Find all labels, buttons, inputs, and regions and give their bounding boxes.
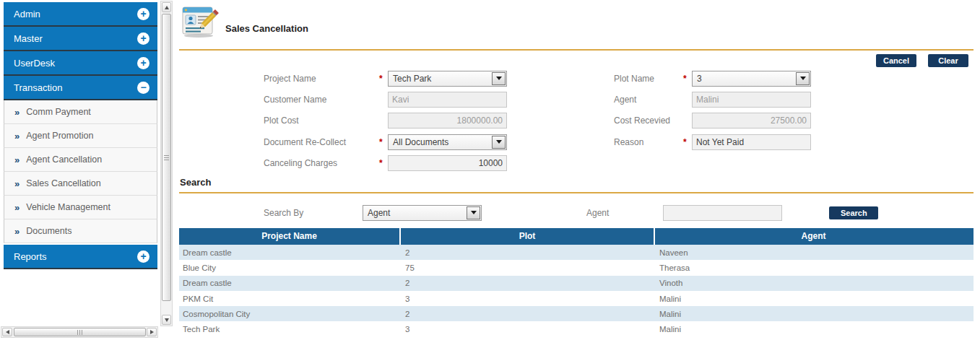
required-marker: * xyxy=(379,137,388,147)
cell-project: Tech Park xyxy=(179,325,401,334)
app-window: Admin + Master + UserDesk + Transaction … xyxy=(0,0,980,353)
form-row: Plot Cost xyxy=(264,110,507,131)
table-row[interactable]: PKM Cit 3 Malini xyxy=(179,291,974,306)
required-marker: * xyxy=(379,158,388,168)
table-row[interactable]: Blue City 75 Therasa xyxy=(179,260,974,275)
scroll-down-icon[interactable] xyxy=(162,315,171,325)
form-row: Canceling Charges * xyxy=(264,153,507,174)
sidebar: Admin + Master + UserDesk + Transaction … xyxy=(4,2,157,269)
plus-circle-icon: + xyxy=(137,32,149,45)
cancel-button[interactable]: Cancel xyxy=(876,54,916,67)
form-row: Cost Recevied xyxy=(614,110,811,131)
cell-plot: 2 xyxy=(401,248,655,257)
column-header-agent: Agent xyxy=(655,228,972,245)
cell-agent: Vinoth xyxy=(655,279,972,287)
search-by-label: Search By xyxy=(264,208,363,218)
cell-project: PKM Cit xyxy=(179,295,401,303)
column-header-plot: Plot xyxy=(401,228,655,245)
sidebar-item-documents[interactable]: » Documents xyxy=(4,219,157,243)
chevron-down-icon[interactable] xyxy=(796,72,810,85)
cell-project: Blue City xyxy=(179,263,401,272)
search-button[interactable]: Search xyxy=(829,206,878,219)
cell-plot: 75 xyxy=(401,263,655,272)
cost-received-field[interactable] xyxy=(692,113,811,128)
scroll-up-icon[interactable] xyxy=(162,2,171,12)
sidebar-item-comm-payment[interactable]: » Comm Payment xyxy=(4,100,157,124)
scroll-left-icon[interactable] xyxy=(2,328,12,336)
plot-cost-field[interactable] xyxy=(388,113,507,128)
search-by-select[interactable]: Agent xyxy=(363,205,482,221)
sidebar-item-label: Agent Cancellation xyxy=(26,154,102,165)
sidebar-item-label: Master xyxy=(14,33,137,44)
sidebar-horizontal-scrollbar[interactable] xyxy=(1,326,158,338)
chevron-right-icon: » xyxy=(14,154,19,165)
customer-name-field[interactable] xyxy=(388,92,507,108)
table-row[interactable]: Cosmopolitan City 2 Malini xyxy=(179,306,974,321)
search-agent-input[interactable] xyxy=(663,205,782,221)
required-marker: * xyxy=(379,74,388,84)
table-row[interactable]: Dream castle 2 Naveen xyxy=(179,245,974,260)
sidebar-item-transaction[interactable]: Transaction − xyxy=(4,76,157,100)
minus-circle-icon: − xyxy=(137,82,149,94)
sidebar-item-label: Agent Promotion xyxy=(26,131,93,141)
required-marker: * xyxy=(683,137,692,147)
table-row[interactable]: Dream castle 2 Vinoth xyxy=(179,276,974,291)
cell-agent: Malini xyxy=(655,310,972,318)
search-by-value: Agent xyxy=(368,208,390,218)
sidebar-item-label: Vehicle Management xyxy=(26,202,110,212)
sidebar-item-sales-cancellation[interactable]: » Sales Cancellation xyxy=(4,172,157,196)
agent-field[interactable] xyxy=(692,92,811,108)
plus-circle-icon: + xyxy=(137,8,149,20)
cell-plot: 3 xyxy=(401,325,655,334)
plot-name-select[interactable]: 3 xyxy=(692,71,811,87)
document-recollect-select[interactable]: All Documents xyxy=(388,134,507,150)
sidebar-item-master[interactable]: Master + xyxy=(4,27,157,51)
chevron-down-icon[interactable] xyxy=(492,136,506,149)
horizontal-scrollbar-thumb[interactable] xyxy=(14,328,146,336)
table-row[interactable]: Tech Park 3 Malini xyxy=(179,321,974,336)
sidebar-item-label: Documents xyxy=(26,226,71,236)
sidebar-item-agent-promotion[interactable]: » Agent Promotion xyxy=(4,124,157,148)
search-row: Search By Agent Agent Search xyxy=(264,203,878,222)
chevron-right-icon: » xyxy=(14,226,19,237)
plot-cost-label: Plot Cost xyxy=(264,116,379,126)
customer-name-label: Customer Name xyxy=(264,95,379,105)
canceling-charges-field[interactable] xyxy=(388,155,507,171)
project-name-select[interactable]: Tech Park xyxy=(388,71,507,87)
cell-project: Dream castle xyxy=(179,248,401,257)
reason-field[interactable] xyxy=(692,134,811,150)
cell-project: Dream castle xyxy=(179,279,401,287)
chevron-right-icon: » xyxy=(14,107,19,118)
table-header-row: Project Name Plot Agent xyxy=(179,228,974,245)
cell-plot: 2 xyxy=(401,310,655,318)
sidebar-item-label: Comm Payment xyxy=(26,107,91,117)
sidebar-vertical-scrollbar[interactable] xyxy=(160,1,173,326)
chevron-right-icon: » xyxy=(14,202,19,213)
canceling-charges-label: Canceling Charges xyxy=(264,158,379,168)
form-row: Project Name * Tech Park xyxy=(264,68,507,89)
cell-agent: Therasa xyxy=(655,263,972,272)
header-divider xyxy=(179,49,974,51)
sidebar-item-userdesk[interactable]: UserDesk + xyxy=(4,51,157,76)
cell-agent: Naveen xyxy=(655,248,972,257)
cell-agent: Malini xyxy=(655,325,972,334)
form-row: Plot Name * 3 xyxy=(614,68,811,89)
form-row: Customer Name xyxy=(264,89,507,110)
scroll-right-icon[interactable] xyxy=(147,328,157,336)
plus-circle-icon: + xyxy=(137,250,149,263)
plus-circle-icon: + xyxy=(137,57,149,69)
chevron-down-icon[interactable] xyxy=(467,206,480,219)
sidebar-item-vehicle-management[interactable]: » Vehicle Management xyxy=(4,196,157,219)
sidebar-item-reports[interactable]: Reports + xyxy=(4,245,157,269)
cell-project: Cosmopolitan City xyxy=(179,310,401,318)
sidebar-item-label: Admin xyxy=(14,9,137,19)
clear-button[interactable]: Clear xyxy=(928,54,968,67)
sidebar-item-agent-cancellation[interactable]: » Agent Cancellation xyxy=(4,148,157,172)
chevron-down-icon[interactable] xyxy=(492,72,506,85)
document-recollect-label: Document Re-Collect xyxy=(264,137,379,147)
sales-cancellation-icon xyxy=(181,4,220,41)
vertical-scrollbar-thumb[interactable] xyxy=(162,14,171,301)
sidebar-item-label: UserDesk xyxy=(14,58,137,69)
sidebar-item-admin[interactable]: Admin + xyxy=(4,2,157,27)
sidebar-item-label: Sales Cancellation xyxy=(26,178,101,188)
